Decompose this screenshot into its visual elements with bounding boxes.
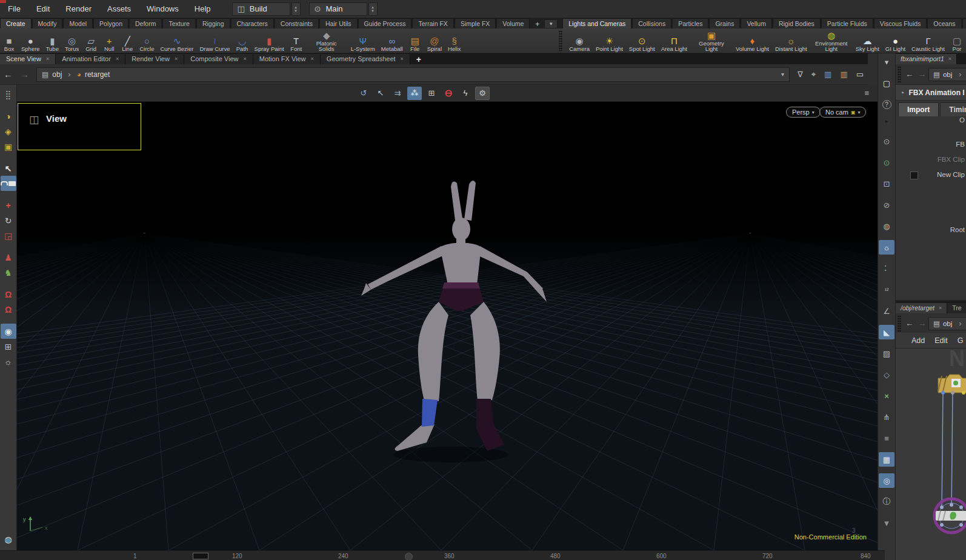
shelf-tool[interactable]: ∿ Curve Bezier — [157, 28, 196, 53]
shelf-tool[interactable]: ☼ Distant Light — [772, 28, 810, 53]
left-toolbar-icon[interactable]: ⊞ — [1, 339, 16, 354]
display-option-icon[interactable]: ◍ — [879, 219, 894, 233]
shelf-tool[interactable]: Π Area Light — [658, 28, 690, 53]
close-icon[interactable]: × — [311, 56, 314, 62]
pathbar-tool-icon[interactable]: ⌖ — [807, 70, 820, 79]
playbar-handle[interactable] — [405, 553, 413, 560]
back-arrow-icon[interactable]: ← — [0, 69, 16, 79]
forward-arrow-icon[interactable]: → — [916, 70, 928, 79]
shelf-tool[interactable]: ■ Box — [0, 28, 18, 53]
parameter-path-chip[interactable]: ▤ obj › — [928, 68, 966, 81]
shelf-tab[interactable]: Pyro FX — [962, 18, 966, 28]
display-option-icon[interactable]: ▼ — [879, 516, 894, 530]
left-toolbar-icon[interactable]: ◉ — [1, 324, 16, 339]
tree-view-tab[interactable]: Tre — [947, 303, 966, 313]
menu-item[interactable]: File — [0, 4, 28, 13]
pathbar-tool-icon[interactable]: ▭ — [852, 70, 868, 79]
network-path-chip[interactable]: ▤ obj › — [928, 317, 966, 330]
left-toolbar-icon[interactable]: ▣ — [1, 139, 16, 154]
forward-arrow-icon[interactable]: → — [16, 69, 33, 79]
desktop-selector[interactable]: ◫ Build — [232, 2, 290, 16]
desktop-spinner[interactable]: ▲▼ — [291, 2, 301, 16]
shelf-tool[interactable]: ◉ Camera — [566, 28, 593, 53]
back-arrow-icon[interactable]: ← — [903, 319, 916, 328]
shelf-tab[interactable]: Hair Utils — [319, 18, 358, 28]
parameter-pane-tab[interactable]: fbxanimimport1 × — [896, 54, 957, 64]
network-menu-item[interactable]: Add — [911, 336, 925, 345]
viewport-tool-icon[interactable]: ↺ — [356, 87, 371, 100]
close-icon[interactable]: × — [46, 56, 49, 62]
shelf-tab[interactable]: Polygon — [93, 18, 128, 28]
shelf-tool[interactable]: ◍ Environment Light — [810, 28, 853, 53]
pathbar-tool-icon[interactable]: ▥ — [836, 70, 851, 79]
shelf-tool[interactable]: ◡ Path — [233, 28, 251, 53]
shelf-tab[interactable]: Oceans — [927, 18, 961, 28]
shelf-tab[interactable]: Modify — [32, 18, 63, 28]
network-pane-tab[interactable]: /obj/retarget × — [896, 303, 947, 313]
viewport-tool-icon[interactable]: ↖ — [373, 87, 388, 100]
shelf-tool[interactable]: ▮ Spray Paint — [251, 28, 287, 53]
shelf-tab[interactable]: Simple FX — [455, 18, 496, 28]
menu-item[interactable]: Help — [187, 4, 219, 13]
left-toolbar-icon[interactable] — [1, 176, 16, 191]
shelf-tool[interactable]: Γ Caustic Light — [908, 28, 948, 53]
display-option-icon[interactable]: ⓘ — [879, 495, 894, 509]
shelf-tab[interactable]: Model — [63, 18, 93, 28]
pane-tab[interactable]: Motion FX View × — [253, 54, 321, 64]
close-icon[interactable]: × — [939, 305, 942, 311]
parameter-folder-tab[interactable]: Import — [898, 102, 939, 116]
main-context-selector[interactable]: ⊙ Main — [309, 2, 367, 16]
shelf-tab[interactable]: Collisions — [632, 18, 671, 28]
menu-item[interactable]: Windows — [139, 4, 187, 13]
display-option-icon[interactable]: ▾ — [879, 55, 894, 69]
shelf-tab[interactable]: Particles — [672, 18, 708, 28]
current-frame-field[interactable] — [193, 553, 208, 559]
pane-tab[interactable]: Composite View × — [184, 54, 253, 64]
pane-grip[interactable] — [898, 315, 901, 332]
display-option-icon[interactable]: ⊡ — [879, 176, 894, 191]
pane-tab[interactable]: Render View × — [125, 54, 184, 64]
display-option-icon[interactable]: ≡ — [879, 431, 894, 445]
shelf-tool[interactable]: ▣ Geometry Light — [690, 28, 733, 53]
viewport-tool-icon[interactable]: ⇉ — [390, 87, 405, 100]
close-icon[interactable]: × — [948, 56, 951, 62]
shelf-tab[interactable]: Create — [0, 18, 32, 28]
viewport-tool-icon[interactable]: ϟ — [458, 87, 473, 100]
pane-tab[interactable]: Geometry Spreadsheet × — [321, 54, 410, 64]
display-option-icon[interactable]: ☼ — [879, 240, 894, 255]
shelf-tab[interactable]: Lights and Cameras — [562, 18, 631, 28]
display-option-icon[interactable]: ◇ — [879, 367, 894, 382]
network-path-field[interactable]: ▤ obj › ◕ retarget ▾ — [36, 67, 790, 82]
shelf-tool[interactable]: @ Spiral — [424, 28, 445, 53]
left-toolbar-icon[interactable]: ⣿ — [1, 87, 16, 102]
main-context-spinner[interactable]: ▲▼ — [368, 2, 378, 16]
shelf-tool[interactable]: ◎ Torus — [62, 28, 82, 53]
left-toolbar-icon[interactable]: Ω — [1, 302, 16, 317]
pane-tab[interactable]: Animation Editor × — [56, 54, 125, 64]
parameter-folder-tab[interactable]: Timing — [940, 102, 966, 116]
shelf-tab[interactable]: Guide Process — [358, 18, 412, 28]
path-segment-obj[interactable]: ▤ obj — [42, 70, 68, 79]
shelf-tool[interactable]: ● Sphere — [18, 28, 43, 53]
view-toolbox-overlay[interactable]: ◫ View — [18, 103, 141, 150]
shelf-tool[interactable]: Ψ L-System — [348, 28, 378, 53]
shelf-tool[interactable]: ▮ Tube — [43, 28, 62, 53]
display-option-icon[interactable]: ⠅ — [879, 261, 894, 276]
pathbar-tool-icon[interactable]: ∇ — [793, 70, 807, 79]
display-option-icon[interactable]: ▨ — [879, 346, 894, 361]
menu-item[interactable]: Edit — [28, 4, 58, 13]
scene-viewport[interactable]: ◫ View Persp ▾ No cam ▣ ▾ y x 3 Non-Comm… — [17, 102, 878, 550]
pane-tab[interactable]: Scene View × — [0, 54, 56, 64]
menu-item[interactable]: Assets — [99, 4, 139, 13]
network-editor[interactable]: N — [896, 348, 966, 560]
shelf-tool[interactable]: § Helix — [445, 28, 464, 53]
shelf-tab[interactable]: Constraints — [275, 18, 319, 28]
add-pane-tab-button[interactable]: + — [410, 55, 427, 64]
shelf-divider-grip[interactable] — [559, 30, 562, 51]
shelf-tool[interactable]: ▱ Grid — [82, 28, 100, 53]
add-shelf-tab-button[interactable]: + — [530, 20, 544, 28]
viewport-tool-icon[interactable]: ⁂ — [407, 87, 422, 100]
forward-arrow-icon[interactable]: → — [916, 319, 928, 328]
shelf-tab[interactable]: Viscous Fluids — [874, 18, 927, 28]
left-toolbar-icon[interactable]: ♟ — [1, 250, 16, 265]
